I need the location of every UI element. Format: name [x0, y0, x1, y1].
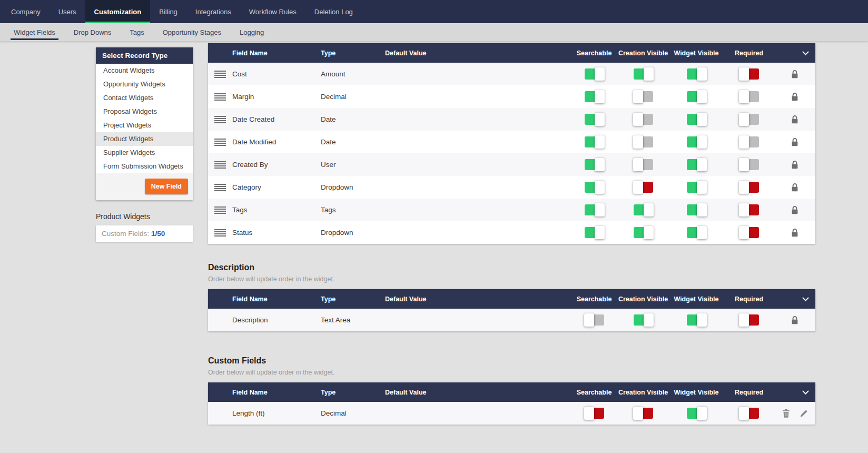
sub-nav-item-tags[interactable]: Tags — [123, 23, 150, 41]
record-type-item-contact-widgets[interactable]: Contact Widgets — [96, 91, 193, 105]
section-subtitle-description: Order below will update order in the wid… — [208, 275, 334, 283]
creation-visible-toggle[interactable] — [634, 68, 653, 80]
creation-visible-toggle[interactable] — [634, 408, 653, 419]
required-toggle[interactable] — [739, 204, 759, 215]
record-type-item-product-widgets[interactable]: Product Widgets — [96, 132, 193, 146]
creation-visible-toggle[interactable] — [634, 314, 653, 326]
top-nav-item-workflow-rules[interactable]: Workflow Rules — [240, 0, 305, 23]
record-type-item-account-widgets[interactable]: Account Widgets — [96, 64, 193, 77]
custom-fields-table: Field Name Type Default Value Searchable… — [208, 382, 815, 425]
row-actions — [774, 199, 815, 221]
sub-nav-item-logging[interactable]: Logging — [233, 23, 270, 41]
lock-icon — [791, 316, 799, 325]
required-toggle[interactable] — [739, 182, 759, 193]
chevron-down-icon[interactable] — [802, 390, 809, 395]
row-actions — [774, 176, 815, 199]
default-value-cell — [385, 402, 571, 425]
column-creation-visible: Creation Visible — [617, 43, 669, 63]
creation-visible-toggle[interactable] — [634, 136, 653, 147]
drag-handle-icon[interactable] — [214, 206, 226, 214]
drag-handle-icon[interactable] — [214, 116, 226, 123]
chevron-down-icon[interactable] — [802, 51, 809, 55]
searchable-toggle[interactable] — [585, 182, 604, 193]
record-type-item-proposal-widgets[interactable]: Proposal Widgets — [96, 105, 193, 119]
row-actions — [774, 309, 815, 331]
widget-visible-toggle[interactable] — [687, 91, 706, 102]
searchable-toggle[interactable] — [585, 408, 604, 419]
toggle-knob — [595, 113, 605, 126]
searchable-toggle[interactable] — [585, 227, 604, 238]
toggle-knob — [739, 407, 749, 420]
top-nav-item-billing[interactable]: Billing — [150, 0, 186, 23]
searchable-toggle[interactable] — [585, 204, 604, 215]
widget-visible-toggle[interactable] — [687, 182, 706, 193]
top-nav-item-company[interactable]: Company — [2, 0, 50, 23]
selected-record-type-title: Product Widgets — [96, 212, 150, 221]
top-nav-item-customization[interactable]: Customization — [85, 0, 151, 23]
searchable-toggle[interactable] — [585, 91, 604, 102]
toggle-knob — [739, 113, 749, 126]
sub-nav-item-drop-downs[interactable]: Drop Downs — [67, 23, 118, 41]
drag-handle-icon[interactable] — [214, 229, 226, 237]
drag-handle-icon[interactable] — [214, 71, 226, 78]
widget-visible-toggle[interactable] — [687, 314, 706, 326]
trash-icon[interactable] — [782, 409, 790, 418]
searchable-toggle[interactable] — [585, 68, 604, 80]
widget-visible-toggle[interactable] — [687, 408, 706, 419]
required-toggle[interactable] — [739, 136, 759, 147]
record-type-item-form-submission-widgets[interactable]: Form Submission Widgets — [96, 160, 193, 173]
top-nav-item-integrations[interactable]: Integrations — [186, 0, 240, 23]
required-toggle[interactable] — [739, 314, 759, 326]
new-field-button[interactable]: New Field — [145, 179, 188, 194]
creation-visible-toggle[interactable] — [634, 227, 653, 238]
creation-visible-toggle[interactable] — [634, 114, 653, 125]
searchable-toggle[interactable] — [585, 314, 604, 326]
default-fields-table: Field Name Type Default Value Searchable… — [208, 43, 815, 244]
field-type-cell: Amount — [321, 63, 385, 85]
record-type-item-project-widgets[interactable]: Project Widgets — [96, 119, 193, 132]
widget-visible-toggle[interactable] — [687, 68, 706, 80]
widget-visible-toggle[interactable] — [687, 204, 706, 215]
required-toggle[interactable] — [739, 91, 759, 102]
record-type-item-opportunity-widgets[interactable]: Opportunity Widgets — [96, 77, 193, 91]
toggle-knob — [633, 90, 643, 103]
toggle-knob — [633, 181, 643, 194]
searchable-toggle[interactable] — [585, 114, 604, 125]
column-required: Required — [724, 289, 774, 309]
drag-handle-icon[interactable] — [214, 139, 226, 146]
top-nav-item-deletion-log[interactable]: Deletion Log — [305, 0, 362, 23]
sub-nav-item-widget-fields[interactable]: Widget Fields — [7, 23, 62, 41]
creation-visible-toggle[interactable] — [634, 182, 653, 193]
required-toggle[interactable] — [739, 68, 759, 80]
creation-visible-toggle[interactable] — [634, 91, 653, 102]
required-toggle[interactable] — [739, 114, 759, 125]
drag-handle-icon[interactable] — [214, 184, 226, 191]
creation-visible-toggle[interactable] — [634, 204, 653, 215]
required-toggle[interactable] — [739, 159, 759, 170]
toggle-knob — [595, 203, 605, 216]
widget-visible-toggle[interactable] — [687, 227, 706, 238]
field-name-cell: Cost — [232, 63, 321, 85]
record-type-item-supplier-widgets[interactable]: Supplier Widgets — [96, 146, 193, 160]
drag-handle-icon[interactable] — [214, 161, 226, 169]
widget-visible-toggle[interactable] — [687, 159, 706, 170]
chevron-down-icon[interactable] — [802, 297, 809, 301]
widget-visible-toggle[interactable] — [687, 136, 706, 147]
required-toggle[interactable] — [739, 227, 759, 238]
required-toggle[interactable] — [739, 408, 759, 419]
searchable-toggle[interactable] — [585, 159, 604, 170]
toggle-knob — [644, 313, 654, 327]
top-nav-item-users[interactable]: Users — [50, 0, 85, 23]
toggle-knob — [739, 67, 749, 81]
table-row: Cost Amount — [208, 63, 815, 85]
default-value-cell — [385, 85, 571, 108]
creation-visible-toggle[interactable] — [634, 159, 653, 170]
sub-nav-item-opportunity-stages[interactable]: Opportunity Stages — [156, 23, 228, 41]
searchable-toggle[interactable] — [585, 136, 604, 147]
table-row: Tags Tags — [208, 199, 815, 221]
field-type-cell: Dropdown — [321, 176, 385, 199]
widget-visible-toggle[interactable] — [687, 114, 706, 125]
default-value-cell — [385, 221, 571, 244]
drag-handle-icon[interactable] — [214, 93, 226, 101]
edit-icon[interactable] — [800, 409, 808, 418]
